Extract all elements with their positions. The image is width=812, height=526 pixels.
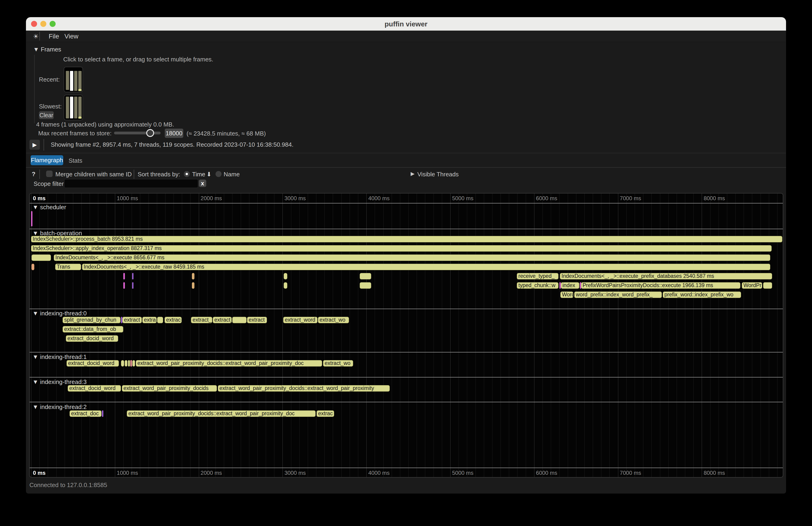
scope-bar[interactable]: extract [247, 317, 267, 323]
frame-thumbnail-slowest[interactable] [64, 95, 83, 120]
scope-bar[interactable] [360, 282, 371, 289]
tab-flamegraph[interactable]: Flamegraph [31, 155, 63, 165]
scope-bar[interactable]: extract_docid_word [66, 335, 118, 342]
scope-bar[interactable]: WordPr [742, 282, 762, 289]
scope-bar[interactable]: IndexScheduler>::apply_index_operation 8… [31, 245, 772, 252]
scope-bar[interactable] [121, 360, 124, 367]
scope-bar[interactable]: extract_word [283, 317, 318, 323]
scope-bar[interactable] [284, 282, 287, 289]
scope-bar[interactable]: PrefixWordPairsProximityDocids::execute … [581, 282, 740, 289]
scope-bar[interactable]: IndexDocuments<_, _>::execute_raw 8459.1… [82, 264, 770, 270]
sort-time-radio[interactable] [184, 171, 190, 177]
scope-bar[interactable] [128, 360, 130, 367]
play-button[interactable]: ▶ [29, 140, 40, 150]
scope-bar[interactable] [132, 360, 135, 367]
scope-bar[interactable] [192, 273, 194, 279]
sort-threads-label: Sort threads by: [137, 171, 180, 178]
ruler-label: 6000 ms [536, 470, 557, 476]
scope-bar[interactable]: IndexDocuments<_, _>::execute_prefix_dat… [560, 273, 772, 279]
section-separator [30, 352, 783, 352]
ruler-label: 2000 ms [201, 195, 222, 202]
scope-bar[interactable]: extract_ [191, 317, 212, 323]
scope-bar[interactable]: extra [142, 317, 157, 323]
thread-section-indexing-thread:0[interactable]: ▼ indexing-thread:0 [32, 310, 87, 316]
scope-bar[interactable]: index [561, 282, 579, 289]
scope-bar[interactable] [123, 273, 125, 279]
frame-thumbnail-recent[interactable] [64, 67, 83, 92]
scope-bar[interactable]: extract_wo [318, 317, 349, 323]
scope-bar[interactable]: split_grenad_by_chun [62, 317, 120, 323]
scope-bar[interactable]: extract_word_pair_proximity_docids::extr… [127, 410, 316, 417]
scope-bar[interactable]: word_prefix::index_word_prefix_ [574, 292, 662, 298]
scope-bar[interactable]: Trans [55, 264, 81, 270]
scope-bar[interactable] [31, 254, 51, 261]
visible-threads-header[interactable]: Visible Threads [417, 171, 459, 178]
max-frames-slider-knob[interactable] [146, 129, 154, 137]
scope-bar[interactable] [31, 211, 32, 227]
merge-children-checkbox[interactable] [46, 171, 53, 177]
scope-bar[interactable] [192, 282, 194, 289]
frame-bar-tip [78, 117, 82, 119]
scope-bar[interactable]: Word [560, 292, 573, 298]
scope-bar[interactable]: IndexDocuments<_, _>::execute 8656.677 m… [54, 254, 770, 261]
clear-button[interactable]: Clear [39, 111, 54, 119]
scope-bar[interactable]: extract_doc [70, 410, 102, 417]
thread-section-indexing-thread:2[interactable]: ▼ indexing-thread:2 [32, 404, 87, 410]
scope-bar[interactable]: extract_wo [323, 360, 353, 367]
ruler-label: 0 ms [33, 195, 46, 202]
frame-bar-selected [70, 97, 73, 118]
divider [26, 153, 786, 153]
scope-bar[interactable] [360, 273, 371, 279]
scope-bar[interactable] [130, 360, 132, 367]
scope-bar[interactable]: extract_word_pair_proximity_docids::extr… [136, 360, 322, 367]
sort-name-radio[interactable] [216, 171, 221, 177]
menu-divider [39, 32, 40, 41]
max-frames-label: Max recent frames to store: [38, 130, 112, 137]
scope-bar[interactable] [132, 282, 133, 289]
sort-direction-arrow-icon[interactable]: ⬇ [206, 171, 212, 178]
sort-time-label[interactable]: Time [192, 171, 205, 178]
help-button[interactable]: ? [32, 171, 35, 178]
scope-bar[interactable]: prefix_word::index_prefix_wo [663, 292, 741, 298]
scope-bar[interactable]: receive_typed_ [517, 273, 559, 279]
scope-bar[interactable]: extract_docid_word [67, 360, 119, 367]
frame-bar-selected [70, 71, 73, 91]
scope-bar[interactable]: extract_ [213, 317, 232, 323]
tab-stats[interactable]: Stats [69, 157, 82, 164]
menu-file[interactable]: File [49, 33, 59, 40]
scope-bar[interactable] [123, 282, 125, 289]
scope-bar[interactable] [284, 273, 287, 279]
ruler-label: 8000 ms [704, 195, 725, 202]
scope-bar[interactable]: IndexScheduler>::process_batch 8953.821 … [31, 236, 782, 243]
scope-bar[interactable]: extract_word_pair_proximity_docids::extr… [218, 385, 390, 392]
scope-bar[interactable]: typed_chunk::w [517, 282, 559, 289]
scope-bar[interactable] [763, 282, 772, 289]
scope-bar[interactable] [232, 317, 247, 323]
max-frames-value[interactable]: 18000 [165, 129, 183, 138]
scope-bar[interactable] [102, 410, 103, 417]
merge-children-label: Merge children with same ID [55, 171, 132, 178]
clear-filter-button[interactable]: x [199, 179, 206, 187]
menubar: ☀ File View [26, 31, 786, 42]
scope-bar[interactable] [132, 273, 133, 279]
scope-bar[interactable]: extract_word_pair_proximity_docids [122, 385, 217, 392]
menu-view[interactable]: View [64, 33, 78, 40]
thread-section-scheduler[interactable]: ▼ scheduler [32, 204, 66, 210]
thread-section-indexing-thread:3[interactable]: ▼ indexing-thread:3 [32, 378, 87, 385]
scope-bar[interactable]: extract::data_from_ob [62, 326, 123, 333]
scope-bar[interactable] [31, 264, 34, 270]
thread-section-indexing-thread:1[interactable]: ▼ indexing-thread:1 [32, 353, 87, 360]
scope-bar[interactable]: extract [122, 317, 142, 323]
scope-bar[interactable] [157, 317, 163, 323]
sun-icon[interactable]: ☀ [33, 33, 39, 40]
scope-bar[interactable] [125, 360, 128, 367]
sort-name-label[interactable]: Name [223, 171, 240, 178]
scope-filter-input[interactable] [64, 179, 198, 188]
frames-section-header[interactable]: ▼ Frames [33, 46, 61, 53]
flamegraph-panel[interactable]: 0 ms0 ms1000 ms1000 ms2000 ms2000 ms3000… [29, 193, 783, 478]
thread-section-batch-operation[interactable]: ▼ batch-operation [32, 230, 82, 236]
scope-bar[interactable]: extract_docid_word [68, 385, 121, 392]
visible-threads-collapse-icon[interactable]: ▶ [411, 171, 415, 177]
scope-bar[interactable]: extrac [317, 410, 334, 417]
scope-bar[interactable]: extrac [164, 317, 182, 323]
